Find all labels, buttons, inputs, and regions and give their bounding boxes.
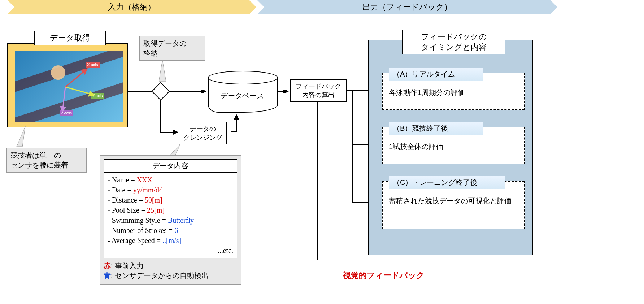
feedback-box-b-body: 1試技全体の評価	[383, 138, 524, 155]
feedback-box-b-tab: （B）競技終了後	[389, 122, 483, 135]
storage-pointer-icon	[159, 60, 173, 85]
feedback-calc-l2: 内容の算出	[302, 91, 335, 99]
svg-line-0	[65, 69, 87, 87]
decision-diamond-icon	[152, 82, 170, 100]
feedback-box-c-tab: （C）トレーニング終了後	[389, 176, 505, 189]
cleansing-l2: クレンジング	[183, 133, 222, 142]
swimmer-image: X-axis Y-axis Z-axis	[13, 49, 125, 123]
input-header: 入力（格納）	[7, 0, 256, 14]
data-row: - Pool Size = 25[m]	[108, 205, 233, 215]
feedback-panel-title: フィードバックの タイミングと内容	[402, 30, 505, 54]
svg-line-1	[65, 87, 94, 95]
storage-note-l2: 格納	[143, 48, 201, 58]
data-row: - Swimming Style = Butterfly	[108, 215, 233, 225]
visual-feedback-label: 視覚的フィードバック	[343, 270, 425, 281]
feedback-calc-l1: フィードバック	[296, 82, 341, 91]
output-header-label: 出力（フィードバック）	[362, 2, 452, 13]
data-content-title: データ内容	[104, 160, 237, 173]
feedback-box-c-body: 蓄積された競技データの可視化と評価	[383, 192, 524, 209]
acquisition-panel: データ取得 X-axis Y-axis Z-axis	[7, 43, 128, 127]
callout-pointer-icon	[14, 126, 29, 148]
arrow-db-fb-icon	[277, 90, 291, 93]
legend: 赤: 事前入力 青: センサデータからの自動検出	[104, 261, 237, 281]
input-header-label: 入力（格納）	[108, 2, 156, 13]
data-row: - Average Speed = ..[m/s]	[108, 235, 233, 246]
sensor-note: 競技者は単一の センサを腰に装着	[6, 148, 87, 173]
cleansing-l1: データの	[190, 125, 216, 133]
data-row: - Distance = 50[m]	[108, 195, 233, 205]
axis-arrows-icon	[58, 69, 109, 116]
feedback-panel: フィードバックの タイミングと内容 （A）リアルタイム 各泳動作1周期分の評価 …	[368, 40, 533, 255]
svg-rect-4	[152, 83, 169, 100]
data-row: - Name = XXX	[108, 175, 233, 185]
output-header: 出力（フィードバック）	[257, 0, 557, 14]
arrow-clean-db-icon	[231, 112, 242, 134]
sensor-note-l2: センサを腰に装着	[10, 160, 83, 170]
database-label: データベース	[208, 91, 277, 101]
feedback-box-a-body: 各泳動作1周期分の評価	[383, 84, 524, 101]
cleansing-box: データの クレンジング	[179, 122, 227, 144]
sensor-note-l1: 競技者は単一の	[10, 151, 83, 160]
x-axis-tag: X-axis	[86, 62, 100, 68]
data-row: - Date = yy/mm/dd	[108, 185, 233, 195]
data-etc: ...etc.	[108, 246, 233, 256]
feedback-box-b: （B）競技終了後 1試技全体の評価	[382, 127, 525, 164]
feedback-box-c: （C）トレーニング終了後 蓄積された競技データの可視化と評価	[382, 181, 525, 229]
data-content-body: - Name = XXX - Date = yy/mm/dd - Distanc…	[104, 173, 237, 258]
data-content-panel: データ内容 - Name = XXX - Date = yy/mm/dd - D…	[100, 155, 241, 285]
arrow-acq-decision-icon	[127, 90, 153, 93]
storage-note-l1: 取得データの	[143, 39, 201, 48]
data-row: - Number of Strokes = 6	[108, 225, 233, 235]
feedback-box-a-tab: （A）リアルタイム	[389, 68, 483, 81]
feedback-box-a: （A）リアルタイム 各泳動作1周期分の評価	[382, 73, 525, 110]
acquisition-title: データ取得	[34, 31, 106, 45]
visual-fb-pointer-icon	[314, 101, 357, 267]
arrow-dec-db-icon	[169, 90, 209, 93]
database-cylinder: データベース	[208, 71, 277, 114]
storage-note: 取得データの 格納	[139, 36, 205, 61]
feedback-calc-box: フィードバック 内容の算出	[290, 79, 347, 102]
data-content-table: データ内容 - Name = XXX - Date = yy/mm/dd - D…	[104, 159, 237, 258]
svg-line-2	[62, 87, 65, 112]
arrow-dec-clean-icon	[159, 100, 180, 136]
